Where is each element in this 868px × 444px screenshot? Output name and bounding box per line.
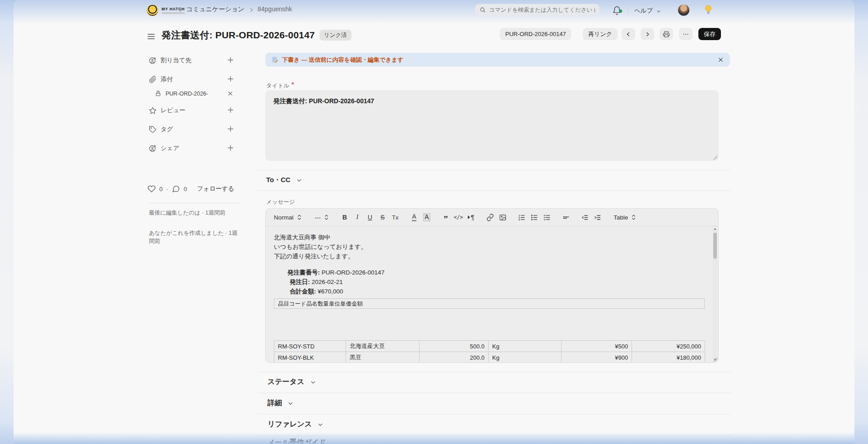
section-divider bbox=[258, 393, 731, 393]
user-avatar[interactable] bbox=[678, 4, 690, 16]
section-divider bbox=[258, 372, 731, 372]
attachment-filename[interactable]: PUR-ORD-2026- bbox=[166, 91, 208, 97]
bullet-list-icon bbox=[531, 214, 538, 221]
insert-link-button[interactable] bbox=[485, 211, 495, 223]
sidebar-item-label: シェア bbox=[161, 144, 179, 152]
image-icon bbox=[499, 214, 507, 221]
italic-button[interactable]: I bbox=[352, 211, 363, 223]
highlight-glyph: A bbox=[423, 213, 430, 221]
ordered-list-icon bbox=[518, 214, 526, 221]
bullet-list-button[interactable] bbox=[529, 211, 540, 223]
prev-document-button[interactable] bbox=[622, 28, 635, 40]
notifications-bell-icon[interactable] bbox=[612, 6, 622, 15]
check-list-button[interactable] bbox=[541, 211, 552, 223]
comments-count: 0 bbox=[184, 186, 187, 192]
lightbulb-icon[interactable] bbox=[704, 5, 713, 15]
sidebar-item-attachments: 添付 bbox=[149, 75, 173, 83]
comment-bubble-icon[interactable] bbox=[172, 185, 180, 193]
like-heart-icon[interactable] bbox=[148, 185, 156, 193]
more-actions-button[interactable]: ⋯ bbox=[679, 28, 693, 40]
blockquote-button[interactable]: ” bbox=[440, 211, 451, 223]
reference-section-toggle[interactable]: リファレンス bbox=[268, 420, 323, 429]
code-button[interactable]: </> bbox=[453, 211, 464, 223]
sidebar-divider bbox=[149, 203, 239, 203]
table-dropdown[interactable]: Table bbox=[611, 214, 638, 221]
chevron-down-icon bbox=[287, 400, 294, 407]
insert-image-button[interactable] bbox=[497, 211, 508, 223]
page-title: 発注書送付: PUR-ORD-2026-00147 bbox=[162, 29, 315, 41]
title-textarea[interactable]: 発注書送付: PUR-ORD-2026-00147 bbox=[265, 90, 719, 161]
sidebar-toggle-icon[interactable] bbox=[147, 32, 156, 41]
bold-button[interactable]: B bbox=[339, 211, 350, 223]
message-editor-body[interactable]: 北海道大豆商事 御中 いつもお世話になっております。 下記の通り発注いたします。… bbox=[265, 226, 719, 363]
add-attachment-button[interactable] bbox=[227, 75, 234, 82]
indent-button[interactable] bbox=[592, 211, 603, 223]
add-tag-button[interactable] bbox=[227, 125, 234, 133]
resize-grip-icon[interactable] bbox=[713, 155, 718, 160]
chevron-right-icon bbox=[644, 31, 651, 37]
message-field-label: メッセージ bbox=[266, 198, 295, 206]
scrollbar-thumb[interactable] bbox=[713, 233, 717, 259]
save-button[interactable]: 保存 bbox=[698, 28, 721, 40]
table-row: RM-SOY-BLK 黒豆 200.0 Kg ¥900 ¥180,000 bbox=[274, 352, 705, 363]
command-search[interactable] bbox=[475, 4, 600, 15]
sidebar-item-label: 添付 bbox=[161, 75, 173, 83]
sidebar-item-reviews: レビュー bbox=[149, 106, 185, 114]
linked-document-button[interactable]: PUR-ORD-2026-00147 bbox=[500, 28, 571, 40]
lock-icon bbox=[155, 90, 162, 97]
message-line: 下記の通り発注いたします。 bbox=[274, 252, 354, 261]
add-review-button[interactable] bbox=[227, 106, 234, 114]
close-banner-icon[interactable] bbox=[718, 57, 724, 63]
items-table-header: 品目コード品名数量単位単価金額 bbox=[274, 298, 705, 309]
print-button[interactable] bbox=[660, 28, 673, 40]
relink-button[interactable]: 再リンク bbox=[583, 28, 618, 40]
search-input[interactable] bbox=[489, 7, 595, 13]
assign-user-icon bbox=[149, 57, 157, 64]
strikethrough-button[interactable]: S bbox=[377, 211, 388, 223]
check-list-icon bbox=[543, 214, 551, 221]
divider-dropdown-value: --- bbox=[315, 214, 321, 221]
add-assignment-button[interactable] bbox=[227, 56, 234, 64]
add-share-button[interactable] bbox=[227, 144, 234, 151]
attachment-item[interactable]: PUR-ORD-2026- bbox=[155, 90, 208, 97]
last-edited-text: 最後に編集したのは · 1週間前 bbox=[149, 209, 239, 217]
text-color-button[interactable]: A bbox=[409, 211, 420, 223]
total-amount-value: ¥670,000 bbox=[318, 288, 343, 295]
screen: MY HATCH コミュニケーション 84pguenshk ヘルプ bbox=[0, 0, 868, 444]
top-gradient bbox=[14, 0, 854, 24]
underline-button[interactable]: U bbox=[365, 211, 375, 223]
align-button[interactable] bbox=[560, 211, 571, 223]
item-unit-cell: Kg bbox=[489, 341, 562, 352]
scroll-up-arrow-icon[interactable] bbox=[714, 228, 716, 230]
details-section-toggle[interactable]: 詳細 bbox=[268, 398, 294, 408]
sidebar-item-label: タグ bbox=[161, 125, 173, 133]
message-line: 北海道大豆商事 御中 bbox=[274, 233, 330, 242]
paragraph-direction-button[interactable]: ¶ bbox=[466, 211, 476, 223]
memo-icon bbox=[272, 56, 278, 63]
details-section-label: 詳細 bbox=[268, 398, 282, 408]
paragraph-style-dropdown[interactable]: Normal bbox=[271, 214, 304, 221]
divider-style-dropdown[interactable]: --- bbox=[312, 214, 332, 221]
highlight-color-button[interactable]: A bbox=[421, 211, 432, 223]
logo-bee-icon bbox=[147, 5, 158, 16]
follow-button[interactable]: フォローする bbox=[197, 185, 235, 193]
clear-format-button[interactable]: Tx bbox=[390, 211, 401, 223]
status-section-toggle[interactable]: ステータス bbox=[268, 377, 316, 387]
draft-banner-text: 下書き — 送信前に内容を確認・編集できます bbox=[282, 56, 403, 64]
next-document-button[interactable] bbox=[641, 28, 654, 40]
created-by-text: あなたがこれを作成しました · 1週間前 bbox=[149, 229, 239, 245]
chevron-down-icon bbox=[296, 177, 302, 183]
outdent-button[interactable] bbox=[579, 211, 590, 223]
item-price-cell: ¥500 bbox=[562, 341, 632, 352]
resize-grip-icon[interactable] bbox=[713, 357, 718, 362]
help-menu[interactable]: ヘルプ bbox=[634, 7, 653, 15]
clipped-bottom-section[interactable]: メール受信ガイド bbox=[258, 435, 731, 444]
remove-attachment-button[interactable] bbox=[227, 91, 233, 96]
breadcrumb-item-docname[interactable]: 84pguenshk bbox=[258, 5, 292, 13]
to-cc-toggle[interactable]: To・CC bbox=[266, 176, 302, 184]
item-name-cell: 北海道産大豆 bbox=[346, 341, 420, 352]
ordered-list-button[interactable] bbox=[516, 211, 527, 223]
breadcrumb-item-communication[interactable]: コミュニケーション bbox=[186, 5, 245, 14]
editor-scrollbar[interactable] bbox=[713, 227, 717, 362]
navbar-divider bbox=[628, 6, 628, 16]
